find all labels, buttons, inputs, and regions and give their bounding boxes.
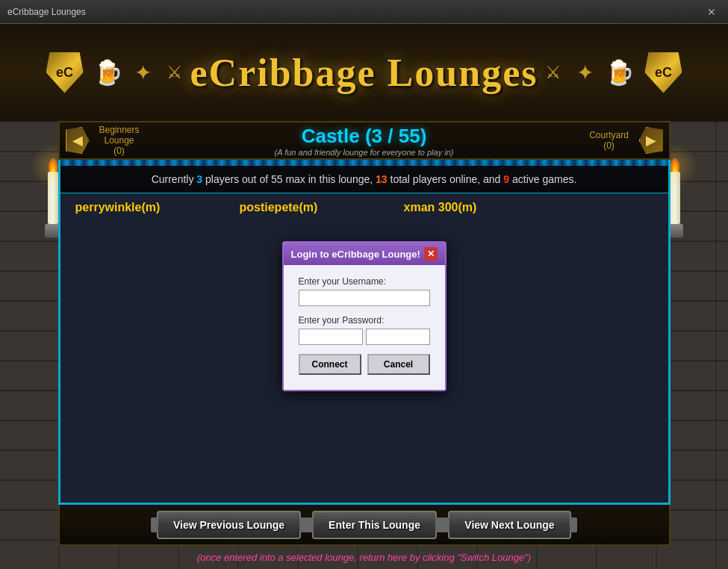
- sword-left-icon: ⚔: [167, 62, 183, 83]
- title-bar-text: eCribbage Lounges: [7, 7, 86, 17]
- close-button[interactable]: ✕: [703, 4, 721, 19]
- enter-lounge-button[interactable]: Enter This Lounge: [312, 511, 437, 539]
- nav-center: Castle (3 / 55) (A fun and friendly loun…: [149, 125, 579, 157]
- footer-text: (once entered into a selected lounge, re…: [191, 546, 537, 569]
- shield-right-icon: eC: [644, 52, 682, 93]
- prev-arrow-button[interactable]: ◀: [66, 127, 90, 154]
- current-lounge-name: Castle (3 / 55): [149, 125, 579, 148]
- dialog-title-bar: Login to eCribbage Lounge! ✕: [284, 243, 445, 265]
- cancel-button[interactable]: Cancel: [367, 354, 430, 375]
- bottom-buttons: View Previous Lounge Enter This Lounge V…: [58, 505, 671, 546]
- prev-lounge-count: (0): [90, 146, 149, 156]
- dialog-buttons: Connect Cancel: [299, 354, 430, 375]
- candle-body-left: [48, 172, 58, 224]
- next-lounge-count: (0): [579, 140, 639, 151]
- nav-row: ◀ Beginners Lounge (0) Castle (3 / 55) (…: [58, 121, 671, 160]
- prev-lounge-name: Beginners Lounge: [90, 125, 149, 146]
- content-area: Currently 3 players out of 55 max in thi…: [58, 160, 671, 505]
- candle-flame-left: [49, 158, 57, 172]
- next-arrow-button[interactable]: ▶: [639, 127, 663, 154]
- password-input-2[interactable]: [366, 329, 430, 345]
- username-input[interactable]: [299, 290, 430, 306]
- next-lounge-name: Courtyard: [579, 130, 639, 140]
- password-input-1[interactable]: [299, 329, 363, 345]
- candle-flame-right: [671, 158, 679, 172]
- password-row: [299, 329, 430, 345]
- deco-right-icon: ✦: [576, 60, 594, 85]
- mug-right-icon: 🍺: [605, 58, 635, 87]
- candle-body-right: [670, 172, 680, 224]
- dialog-overlay: Login to eCribbage Lounge! ✕ Enter your …: [60, 160, 668, 503]
- next-lounge-info: Courtyard (0): [579, 130, 639, 151]
- connect-button[interactable]: Connect: [299, 354, 361, 375]
- login-dialog: Login to eCribbage Lounge! ✕ Enter your …: [282, 241, 447, 391]
- shield-left-icon: eC: [46, 52, 84, 93]
- view-prev-lounge-button[interactable]: View Previous Lounge: [157, 511, 301, 539]
- dialog-title: Login to eCribbage Lounge!: [291, 249, 420, 260]
- password-label: Enter your Password:: [299, 315, 430, 326]
- current-lounge-desc: (A fun and friendly lounge for everyone …: [149, 148, 579, 157]
- main-window: eC 🍺 ✦ ⚔ eCribbage Lounges ⚔ ✦ 🍺 eC ◀ Be…: [0, 24, 728, 569]
- view-next-lounge-button[interactable]: View Next Lounge: [448, 511, 571, 539]
- dialog-close-button[interactable]: ✕: [424, 247, 438, 261]
- header: eC 🍺 ✦ ⚔ eCribbage Lounges ⚔ ✦ 🍺 eC: [0, 24, 728, 121]
- mug-left-icon: 🍺: [93, 58, 123, 87]
- sword-right-icon: ⚔: [545, 62, 561, 83]
- dialog-body: Enter your Username: Enter your Password…: [284, 265, 445, 390]
- prev-lounge-info: Beginners Lounge (0): [90, 125, 149, 156]
- deco-left-icon: ✦: [134, 60, 152, 85]
- title-bar: eCribbage Lounges ✕: [0, 0, 728, 24]
- username-label: Enter your Username:: [299, 276, 430, 287]
- header-title: eCribbage Lounges: [190, 51, 538, 95]
